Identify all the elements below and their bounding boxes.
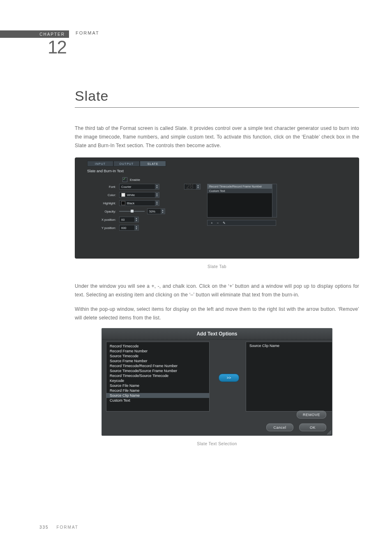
xpos-value: 60 [121,218,125,222]
dropdown-arrows-icon: ▲▼ [155,184,159,189]
list-item[interactable]: Record Timecode/Record Frame Number [208,184,277,189]
tab-input[interactable]: INPUT [87,161,113,166]
paragraph-3: Within the pop-up window, select items f… [75,305,359,322]
selected-items-list[interactable]: Source Clip Name [246,342,332,412]
label-ypos: Y position: [90,226,119,230]
resize-grip-icon[interactable] [327,430,331,435]
footer-section: FORMAT [56,525,78,530]
stepper-arrows-icon: ▲▼ [134,225,138,230]
opacity-slider[interactable] [119,211,145,212]
label-opacity: Opacity: [90,210,119,213]
ypos-value: 600 [121,226,127,230]
label-font: Font: [90,185,119,189]
stepper-arrows-icon: ▲▼ [134,217,138,222]
list-item[interactable]: Record Timecode/Record Frame Number [106,363,209,368]
add-item-button[interactable]: + [211,221,213,225]
enable-label: Enable [130,178,140,182]
stepper-arrows-icon: ▲▼ [161,209,165,214]
enable-row: Enable [122,177,140,182]
paragraph-1: The third tab of the Format screen is ca… [75,124,359,150]
title-rule [75,107,359,108]
font-dropdown[interactable]: Courier ▲▼ [119,184,159,190]
caption-1: Slate Tab [75,264,359,269]
remove-button[interactable]: REMOVE [297,411,326,419]
ok-button[interactable]: OK [299,423,326,431]
tab-slate[interactable]: SLATE [140,161,166,166]
color-value: White [127,193,135,197]
list-item[interactable]: Source Clip Name [249,344,331,348]
list-item[interactable]: Record Timecode/Source Timecode [106,373,209,378]
highlight-swatch-icon [121,201,125,205]
transfer-button[interactable]: >> [219,374,239,382]
xpos-stepper[interactable]: 60 ▲▼ [119,217,139,222]
list-item[interactable]: Source File Name [106,383,209,388]
font-size-value: 28 [186,183,194,190]
slate-tab-screenshot: INPUT OUTPUT SLATE Slate and Burn-In Tex… [75,157,359,259]
page-number: 335 [39,525,49,530]
list-item[interactable]: Source Clip Name [106,393,209,398]
list-item[interactable]: Record Timecode [106,344,209,349]
list-toolbar: + − ✎ [207,220,276,226]
burnin-text-list[interactable]: Record Timecode/Record Frame Number Cust… [207,184,277,217]
page-title: Slate [75,88,359,104]
caption-2: Slate Text Selection [75,442,359,446]
highlight-dropdown[interactable]: Black ▲▼ [119,200,159,206]
list-item[interactable]: Source Frame Number [106,358,209,363]
list-item[interactable]: Custom Text [208,189,277,193]
remove-item-button[interactable]: − [217,221,219,225]
color-dropdown[interactable]: White ▲▼ [119,192,159,198]
tab-bar: INPUT OUTPUT SLATE [87,161,166,166]
cancel-button[interactable]: Cancel [266,423,293,431]
font-size-dropdown[interactable]: 28 ▲▼ [184,184,201,190]
opacity-field[interactable]: 50% ▲▼ [147,208,165,214]
chapter-label: CHAPTER [39,32,65,37]
enable-checkbox[interactable] [122,177,127,182]
dropdown-arrows-icon: ▲▼ [155,192,159,197]
available-items-list[interactable]: Record Timecode Record Frame Number Sour… [106,342,210,412]
dialog-title: Add Text Options [102,328,332,340]
list-item[interactable]: Keycode [106,378,209,383]
dropdown-arrows-icon: ▲▼ [155,201,159,206]
color-swatch-icon [121,193,125,197]
ypos-stepper[interactable]: 600 ▲▼ [119,225,139,231]
paragraph-2: Under the window you will see a +, -, an… [75,282,359,299]
label-color: Color: [90,193,119,197]
scrollbar[interactable] [272,184,277,217]
tab-output[interactable]: OUTPUT [113,161,140,166]
list-item[interactable]: Record Frame Number [106,349,209,354]
highlight-value: Black [127,201,134,205]
slate-form: Font: Courier ▲▼ Color: White ▲▼ Highlig… [90,184,177,231]
font-value: Courier [121,185,131,189]
section-label: FORMAT [76,30,99,35]
opacity-row: 50% ▲▼ [119,208,177,214]
dropdown-arrows-icon: ▲▼ [196,184,200,189]
label-xpos: X position: [90,218,119,222]
list-item[interactable]: Source Timecode [106,354,209,358]
label-highlight: Highlight: [90,201,119,205]
panel-title: Slate and Burn-In Text [87,169,124,173]
chapter-number: 12 [48,37,66,58]
opacity-value: 50% [149,210,155,213]
page-footer: 335 FORMAT [39,525,78,530]
slider-thumb[interactable] [131,210,134,213]
list-item[interactable]: Record File Name [106,388,209,393]
edit-item-button[interactable]: ✎ [223,221,226,225]
list-item[interactable]: Source Timecode/Source Frame Number [106,368,209,373]
list-item[interactable]: Custom Text [106,398,209,403]
add-text-options-dialog: Add Text Options Record Timecode Record … [101,328,332,436]
